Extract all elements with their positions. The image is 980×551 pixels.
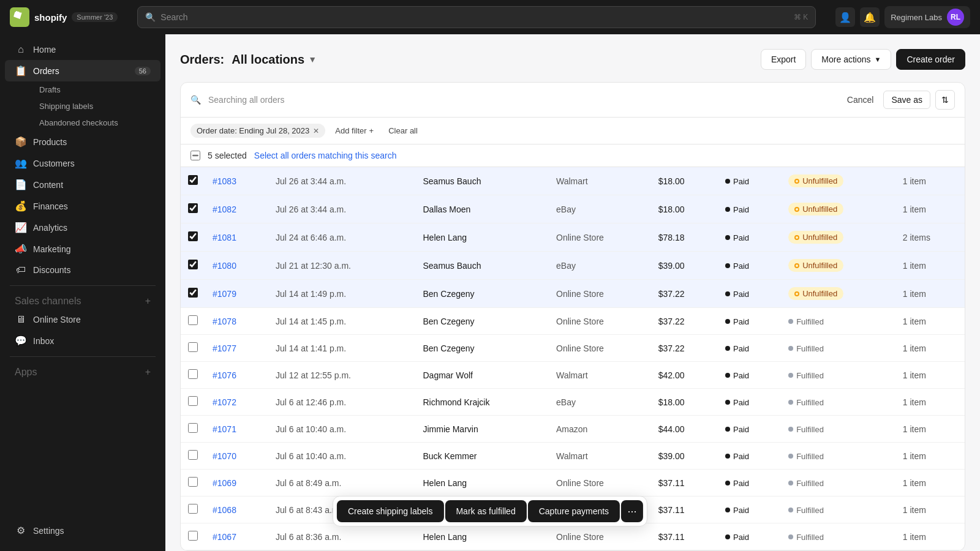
user-name: Regimen Labs [891, 13, 942, 22]
sidebar-item-home[interactable]: ⌂ Home [5, 39, 160, 60]
sidebar-item-marketing[interactable]: 📣 Marketing [5, 238, 160, 260]
sidebar-item-finances[interactable]: 💰 Finances [5, 195, 160, 217]
sidebar-item-content[interactable]: 📄 Content [5, 174, 160, 195]
order-fulfillment-cell: Unfulfilled [781, 280, 895, 308]
expand-sales-channels-icon[interactable]: + [145, 296, 151, 307]
sidebar-item-orders[interactable]: 📋 Orders 56 [5, 60, 160, 81]
cancel-search-button[interactable]: Cancel [842, 91, 879, 108]
sidebar-item-orders-label: Orders [33, 66, 59, 76]
global-search-bar[interactable]: 🔍 ⌘ K [137, 6, 816, 28]
order-payment-cell: Paid [718, 252, 781, 280]
row-checkbox[interactable] [188, 450, 198, 460]
sidebar-item-discounts[interactable]: 🏷 Discounts [5, 260, 160, 280]
search-input[interactable] [160, 12, 789, 22]
sidebar-item-online-store[interactable]: 🖥 Online Store [5, 309, 160, 330]
sidebar-item-customers[interactable]: 👥 Customers [5, 152, 160, 174]
more-actions-button[interactable]: More actions ▼ [811, 49, 891, 70]
table-row[interactable]: #1081 Jul 24 at 6:46 a.m. Helen Lang Onl… [181, 223, 965, 252]
row-checkbox[interactable] [188, 423, 198, 433]
inbox-icon: 💬 [15, 335, 27, 347]
support-icon-btn[interactable]: 👤 [835, 7, 855, 27]
capture-payments-button[interactable]: Capture payments [528, 500, 620, 522]
row-checkbox[interactable] [188, 175, 198, 185]
sidebar-item-settings[interactable]: ⚙ Settings [5, 520, 160, 541]
row-checkbox[interactable] [188, 231, 198, 241]
table-row[interactable]: #1069 Jul 6 at 8:49 a.m. Helen Lang Onli… [181, 470, 965, 497]
order-date-cell: Jul 14 at 1:45 p.m. [268, 308, 416, 335]
selection-bar: 5 selected Select all orders matching th… [181, 144, 965, 167]
expand-apps-icon[interactable]: + [145, 367, 151, 378]
search-icon-table: 🔍 [190, 95, 201, 105]
sidebar-item-discounts-label: Discounts [33, 265, 70, 275]
table-row[interactable]: #1072 Jul 6 at 12:46 p.m. Richmond Krajc… [181, 389, 965, 416]
floating-more-button[interactable]: ··· [621, 500, 643, 522]
remove-filter-icon[interactable]: ✕ [313, 127, 319, 135]
row-checkbox[interactable] [188, 477, 198, 487]
order-channel-cell: Online Store [549, 280, 651, 308]
table-row[interactable]: #1080 Jul 21 at 12:30 a.m. Seamus Bauch … [181, 252, 965, 280]
order-customer-cell: Dallas Moen [415, 195, 549, 223]
summer-badge: Summer '23 [72, 12, 118, 22]
apps-section-label: Apps + [0, 362, 165, 380]
save-as-button[interactable]: Save as [883, 91, 930, 109]
notifications-btn[interactable]: 🔔 [860, 7, 880, 27]
sidebar-item-abandoned-checkouts[interactable]: Abandoned checkouts [32, 114, 160, 131]
select-all-orders-button[interactable]: Select all orders matching this search [254, 151, 397, 160]
row-checkbox[interactable] [188, 288, 198, 298]
table-row[interactable]: #1077 Jul 14 at 1:41 p.m. Ben Czegeny On… [181, 335, 965, 362]
location-selector-btn[interactable]: All locations ▼ [232, 53, 317, 67]
orders-search-input[interactable] [208, 95, 835, 105]
order-items-cell: 1 item [895, 389, 965, 416]
order-channel-cell: eBay [549, 389, 651, 416]
row-checkbox[interactable] [188, 203, 198, 213]
order-payment-cell: Paid [718, 416, 781, 443]
row-checkbox-cell [181, 252, 205, 280]
sort-button[interactable]: ⇅ [935, 90, 955, 110]
table-row[interactable]: #1070 Jul 6 at 10:40 a.m. Buck Kemmer Wa… [181, 443, 965, 470]
table-row[interactable]: #1079 Jul 14 at 1:49 p.m. Ben Czegeny On… [181, 280, 965, 308]
row-checkbox[interactable] [188, 260, 198, 269]
marketing-icon: 📣 [15, 243, 27, 255]
sidebar-item-products[interactable]: 📦 Products [5, 131, 160, 152]
table-row[interactable]: #1071 Jul 6 at 10:40 a.m. Jimmie Marvin … [181, 416, 965, 443]
table-row[interactable]: #1083 Jul 26 at 3:44 a.m. Seamus Bauch W… [181, 167, 965, 195]
sidebar-divider-2 [10, 356, 156, 357]
row-checkbox[interactable] [188, 342, 198, 352]
clear-all-button[interactable]: Clear all [383, 124, 423, 138]
export-button[interactable]: Export [761, 49, 806, 70]
order-items-cell: 1 item [895, 443, 965, 470]
sidebar-item-settings-label: Settings [33, 526, 64, 536]
add-filter-button[interactable]: Add filter + [330, 124, 379, 138]
order-channel-cell: eBay [549, 195, 651, 223]
select-all-checkbox[interactable] [190, 151, 200, 160]
table-row[interactable]: #1082 Jul 26 at 3:44 a.m. Dallas Moen eB… [181, 195, 965, 223]
mark-as-fulfilled-button[interactable]: Mark as fulfilled [445, 500, 526, 522]
sidebar-item-analytics[interactable]: 📈 Analytics [5, 217, 160, 238]
sidebar-item-drafts[interactable]: Drafts [32, 81, 160, 98]
row-checkbox[interactable] [188, 396, 198, 406]
table-row[interactable]: #1076 Jul 12 at 12:55 p.m. Dagmar Wolf W… [181, 362, 965, 389]
create-shipping-labels-button[interactable]: Create shipping labels [337, 500, 444, 522]
order-id-cell: #1070 [205, 443, 268, 470]
user-menu-btn[interactable]: Regimen Labs RL [884, 6, 970, 28]
order-number: #1067 [213, 532, 236, 542]
order-fulfillment-cell: Fulfilled [781, 443, 895, 470]
table-row[interactable]: #1067 Jul 6 at 8:36 a.m. Helen Lang Onli… [181, 523, 965, 550]
order-total-cell: $78.18 [651, 223, 718, 252]
order-number: #1076 [213, 370, 236, 380]
plus-icon: + [369, 126, 374, 135]
sidebar-item-home-label: Home [33, 45, 56, 54]
sidebar-item-inbox[interactable]: 💬 Inbox [5, 330, 160, 351]
row-checkbox[interactable] [188, 531, 198, 541]
order-fulfillment-cell: Unfulfilled [781, 195, 895, 223]
row-checkbox[interactable] [188, 315, 198, 325]
row-checkbox[interactable] [188, 504, 198, 514]
row-checkbox[interactable] [188, 369, 198, 379]
sidebar-item-shipping-labels[interactable]: Shipping labels [32, 98, 160, 114]
row-checkbox-cell [181, 195, 205, 223]
orders-badge: 56 [135, 67, 151, 75]
shopify-logo-icon [10, 7, 29, 27]
order-total-cell: $18.00 [651, 167, 718, 195]
create-order-button[interactable]: Create order [896, 49, 965, 70]
table-row[interactable]: #1078 Jul 14 at 1:45 p.m. Ben Czegeny On… [181, 308, 965, 335]
